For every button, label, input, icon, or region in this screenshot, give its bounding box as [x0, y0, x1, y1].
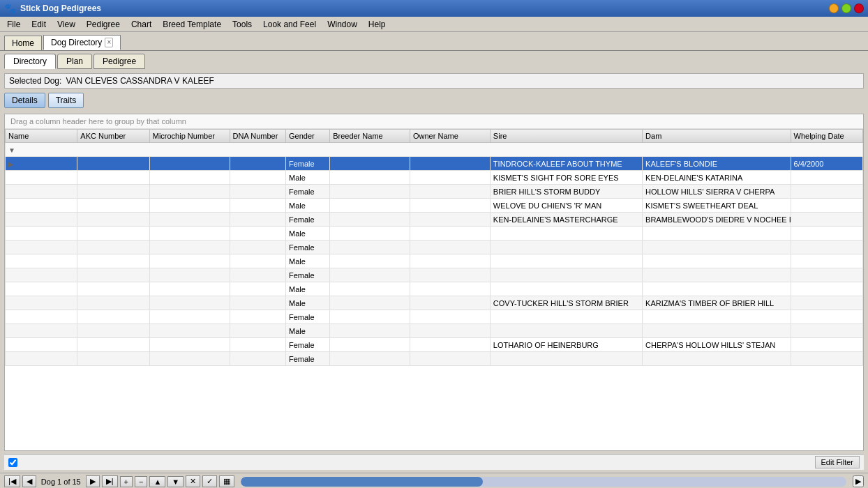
table-row[interactable]: Male	[6, 254, 863, 268]
nav-first-button[interactable]: |◀	[4, 475, 20, 487]
row-expander[interactable]: ▶	[8, 160, 14, 168]
subtab-directory[interactable]: Directory	[4, 54, 56, 69]
menu-item-edit[interactable]: Edit	[26, 18, 52, 31]
tabbar: Home Dog Directory ×	[0, 32, 868, 51]
col-header-dna[interactable]: DNA Number	[230, 130, 285, 143]
nav-prev-button[interactable]: ◀	[22, 475, 36, 487]
cell-micro	[149, 338, 230, 352]
menu-item-window[interactable]: Window	[322, 18, 363, 31]
cell-gender: Female	[285, 310, 329, 324]
nav-delete-button[interactable]: −	[135, 476, 147, 487]
menu-item-file[interactable]: File	[1, 18, 26, 31]
menu-item-breed-template[interactable]: Breed Template	[157, 18, 227, 31]
close-button[interactable]	[854, 3, 864, 13]
cell-gender: Male	[285, 254, 329, 268]
col-header-breeder[interactable]: Breeder Name	[330, 130, 410, 143]
cell-gender: Male	[285, 282, 329, 296]
cell-sire	[490, 352, 642, 366]
cell-sire: KEN-DELAINE'S MASTERCHARGE	[490, 213, 642, 227]
menu-item-look-and-feel[interactable]: Look and Feel	[257, 18, 322, 31]
cell-owner	[410, 282, 491, 296]
subtab-pedigree[interactable]: Pedigree	[93, 54, 145, 69]
menu-item-help[interactable]: Help	[363, 18, 391, 31]
col-header-akc[interactable]: AKC Number	[77, 130, 149, 143]
col-header-micro[interactable]: Microchip Number	[149, 130, 230, 143]
menu-item-view[interactable]: View	[52, 18, 81, 31]
col-header-whelp[interactable]: Whelping Date	[791, 130, 862, 143]
bottom-bar: Edit Filter	[4, 454, 864, 470]
cell-sire: LOTHARIO OF HEINERBURG	[490, 338, 642, 352]
cell-dna	[230, 310, 285, 324]
table-row[interactable]: FemaleLOTHARIO OF HEINERBURGCHERPA'S HOL…	[6, 338, 863, 352]
col-header-sire[interactable]: Sire	[490, 130, 642, 143]
minimize-button[interactable]	[829, 3, 839, 13]
cell-gender: Female	[285, 213, 329, 227]
tab-home[interactable]: Home	[4, 36, 42, 50]
cell-owner	[410, 352, 491, 366]
col-header-owner[interactable]: Owner Name	[410, 130, 491, 143]
tab-dog-directory[interactable]: Dog Directory ×	[43, 35, 121, 50]
traits-button[interactable]: Traits	[48, 93, 84, 108]
nav-grid-button[interactable]: ▦	[219, 475, 234, 487]
cell-gender: Female	[285, 241, 329, 254]
table-row[interactable]: Male	[6, 282, 863, 296]
details-button[interactable]: Details	[4, 93, 45, 108]
nav-last-button[interactable]: ▶|	[102, 475, 118, 487]
cell-micro	[149, 213, 230, 227]
tab-close-icon[interactable]: ×	[105, 38, 113, 47]
table-row[interactable]: Female	[6, 268, 863, 282]
nav-scrollbar[interactable]	[241, 477, 846, 487]
nav-cancel-button[interactable]: ✕	[186, 475, 200, 487]
cell-owner	[410, 241, 491, 254]
table-row[interactable]: Female	[6, 241, 863, 254]
nav-confirm-button[interactable]: ✓	[202, 475, 217, 487]
table-row[interactable]: MaleKISMET'S SIGHT FOR SORE EYESKEN-DELA…	[6, 171, 863, 185]
content-area: Directory Plan Pedigree Selected Dog: VA…	[0, 51, 868, 473]
cell-owner	[410, 227, 491, 241]
nav-up-button[interactable]: ▲	[149, 476, 165, 487]
table-row[interactable]: Female	[6, 352, 863, 366]
maximize-button[interactable]	[841, 3, 851, 13]
table-row[interactable]: Female	[6, 310, 863, 324]
col-header-dam[interactable]: Dam	[643, 130, 791, 143]
cell-whelp	[791, 282, 862, 296]
filter-checkbox-input[interactable]	[8, 458, 17, 467]
cell-whelp	[791, 324, 862, 338]
menu-item-tools[interactable]: Tools	[227, 18, 257, 31]
cell-whelp	[791, 338, 862, 352]
cell-micro	[149, 227, 230, 241]
menu-item-pedigree[interactable]: Pedigree	[81, 18, 126, 31]
cell-akc	[77, 157, 149, 171]
cell-sire	[490, 241, 642, 254]
nav-next-button[interactable]: ▶	[86, 475, 100, 487]
cell-micro	[149, 268, 230, 282]
table-row[interactable]: FemaleBRIER HILL'S STORM BUDDYHOLLOW HIL…	[6, 185, 863, 199]
table-row[interactable]: FemaleKEN-DELAINE'S MASTERCHARGEBRAMBLEW…	[6, 213, 863, 227]
cell-whelp	[791, 227, 862, 241]
cell-micro	[149, 310, 230, 324]
nav-scroll-right[interactable]: ▶	[853, 475, 864, 487]
cell-gender: Male	[285, 171, 329, 185]
menu-item-chart[interactable]: Chart	[126, 18, 157, 31]
table-row[interactable]: MaleWELOVE DU CHIEN'S 'R' MANKISMET'S SW…	[6, 199, 863, 213]
table-row[interactable]: ▶FemaleTINDROCK-KALEEF ABOUT THYMEKALEEF…	[6, 157, 863, 171]
table-row[interactable]: Male	[6, 227, 863, 241]
nav-scroll-thumb[interactable]	[241, 477, 483, 487]
nav-add-button[interactable]: +	[120, 476, 133, 487]
table-row[interactable]: MaleCOVY-TUCKER HILL'S STORM BRIERKARIZM…	[6, 296, 863, 310]
data-table: Name AKC Number Microchip Number DNA Num…	[5, 129, 863, 366]
filter-checkbox[interactable]	[8, 458, 17, 467]
nav-down-button[interactable]: ▼	[167, 476, 184, 487]
cell-gender: Male	[285, 324, 329, 338]
col-header-gender[interactable]: Gender	[285, 130, 329, 143]
cell-whelp	[791, 199, 862, 213]
cell-sire	[490, 282, 642, 296]
subtab-plan[interactable]: Plan	[57, 54, 92, 69]
cell-breeder	[330, 352, 410, 366]
cell-whelp	[791, 213, 862, 227]
cell-breeder	[330, 199, 410, 213]
table-row[interactable]: Male	[6, 324, 863, 338]
table-scroll[interactable]: Name AKC Number Microchip Number DNA Num…	[5, 129, 863, 450]
col-header-name[interactable]: Name	[6, 130, 77, 143]
edit-filter-button[interactable]: Edit Filter	[815, 456, 860, 468]
